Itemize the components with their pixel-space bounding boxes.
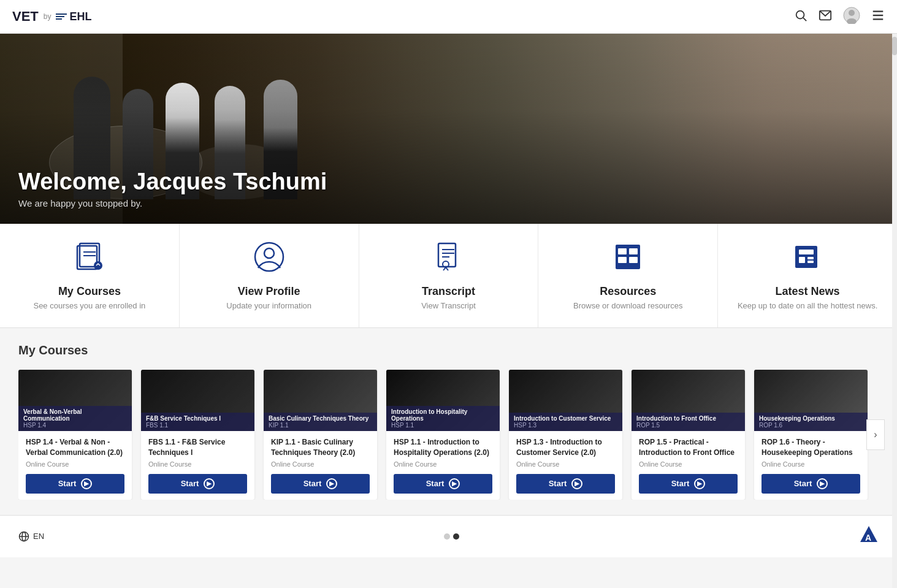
- course-body-fbs11: FBS 1.1 - F&B Service Techniques I Onlin…: [141, 431, 254, 500]
- course-start-button-hsp11[interactable]: Start ▶: [394, 474, 492, 494]
- course-label-text-fbs11: F&B Service Techniques I: [146, 415, 250, 422]
- dot-1[interactable]: [444, 533, 450, 540]
- course-btn-arrow-rop15: ▶: [694, 478, 705, 489]
- course-code-rop15: ROP 1.5: [636, 422, 740, 429]
- logo[interactable]: VET by EHL: [12, 9, 91, 25]
- course-image-fbs11: F&B Service Techniques I FBS 1.1: [141, 370, 254, 431]
- course-btn-label-rop15: Start: [671, 479, 690, 488]
- qa-subtitle-view-profile: Update your information: [226, 301, 311, 310]
- course-body-hsp11: HSP 1.1 - Introduction to Hospitality Op…: [386, 431, 500, 500]
- dot-2[interactable]: [453, 533, 459, 540]
- quick-action-transcript[interactable]: Transcript View Transcript: [359, 224, 539, 327]
- quick-action-my-courses[interactable]: My Courses See courses you are enrolled …: [0, 224, 180, 327]
- svg-point-0: [796, 10, 804, 18]
- course-type-rop16: Online Course: [761, 460, 860, 468]
- course-body-hsp14: HSP 1.4 - Verbal & Non - Verbal Communic…: [18, 431, 132, 500]
- course-body-rop15: ROP 1.5 - Practical - Introduction to Fr…: [632, 431, 745, 500]
- svg-point-4: [849, 10, 855, 16]
- course-title-hsp11: HSP 1.1 - Introduction to Hospitality Op…: [394, 437, 492, 458]
- course-title-hsp14: HSP 1.4 - Verbal & Non - Verbal Communic…: [26, 437, 124, 458]
- svg-rect-24: [618, 248, 627, 254]
- my-courses-section-title: My Courses: [18, 343, 879, 357]
- course-btn-arrow-rop16: ▶: [817, 478, 828, 489]
- hero-subtitle-text: We are happy you stopped by.: [18, 198, 327, 208]
- transcript-icon: [432, 241, 464, 278]
- course-btn-label-rop16: Start: [794, 479, 812, 488]
- qa-title-view-profile: View Profile: [238, 285, 300, 298]
- course-start-button-kip11[interactable]: Start ▶: [271, 474, 370, 494]
- qa-title-latest-news: Latest News: [776, 285, 840, 298]
- course-code-rop16: ROP 1.6: [759, 422, 863, 429]
- course-card-hsp14: Verbal & Non-Verbal Communication HSP 1.…: [18, 370, 132, 500]
- quick-action-resources[interactable]: Resources Browse or download resources: [538, 224, 718, 327]
- course-body-kip11: KIP 1.1 - Basic Culinary Techniques Theo…: [264, 431, 377, 500]
- course-title-fbs11: FBS 1.1 - F&B Service Techniques I: [148, 437, 247, 458]
- course-overlay-rop16: Housekeeping Operations ROP 1.6: [754, 413, 868, 431]
- messages-icon[interactable]: [819, 9, 832, 25]
- hero-text-block: Welcome, Jacques Tschumi We are happy yo…: [0, 169, 345, 224]
- course-btn-arrow-hsp14: ▶: [81, 478, 92, 489]
- profile-icon: [253, 241, 285, 278]
- course-label-text-kip11: Basic Culinary Techniques Theory: [269, 415, 372, 422]
- course-label-text-rop16: Housekeeping Operations: [759, 415, 863, 422]
- logo-vet-text: VET: [12, 9, 39, 25]
- qa-title-transcript: Transcript: [422, 285, 475, 298]
- svg-rect-26: [629, 248, 638, 254]
- svg-line-22: [446, 267, 448, 270]
- header: VET by EHL: [0, 0, 897, 34]
- course-card-rop15: Introduction to Front Office ROP 1.5 ROP…: [632, 370, 745, 500]
- course-start-button-rop15[interactable]: Start ▶: [639, 474, 738, 494]
- courses-carousel: Verbal & Non-Verbal Communication HSP 1.…: [18, 370, 879, 500]
- svg-rect-30: [799, 257, 805, 263]
- footer: EN A: [0, 515, 897, 557]
- search-icon[interactable]: [794, 9, 807, 25]
- course-body-rop16: ROP 1.6 - Theory - Housekeeping Operatio…: [754, 431, 868, 500]
- qa-subtitle-my-courses: See courses you are enrolled in: [33, 301, 145, 310]
- svg-rect-16: [438, 243, 456, 267]
- carousel-next-button[interactable]: ›: [866, 419, 885, 450]
- svg-rect-29: [799, 250, 814, 254]
- course-btn-arrow-hsp13: ▶: [571, 478, 582, 489]
- quick-action-view-profile[interactable]: View Profile Update your information: [180, 224, 359, 327]
- course-code-kip11: KIP 1.1: [269, 422, 372, 429]
- news-icon: [792, 241, 823, 278]
- course-start-button-fbs11[interactable]: Start ▶: [148, 474, 247, 494]
- course-start-button-rop16[interactable]: Start ▶: [761, 474, 860, 494]
- globe-icon: [18, 531, 29, 542]
- course-card-hsp13: Introduction to Customer Service HSP 1.3…: [509, 370, 622, 500]
- course-type-rop15: Online Course: [639, 460, 738, 468]
- svg-rect-28: [795, 246, 817, 268]
- course-label-text-hsp11: Introduction to Hospitality Operations: [391, 408, 495, 422]
- footer-logo: A: [859, 525, 879, 548]
- course-title-hsp13: HSP 1.3 - Introduction to Customer Servi…: [516, 437, 615, 458]
- hero-welcome-text: Welcome, Jacques Tschumi: [18, 169, 327, 195]
- course-overlay-hsp13: Introduction to Customer Service HSP 1.3: [509, 413, 622, 431]
- quick-action-latest-news[interactable]: Latest News Keep up to date on all the h…: [718, 224, 897, 327]
- pagination-dots: [444, 533, 459, 540]
- quick-actions-bar: My Courses See courses you are enrolled …: [0, 224, 897, 328]
- scrollbar-thumb[interactable]: [892, 37, 897, 55]
- logo-by-text: by: [44, 12, 52, 21]
- hamburger-menu-icon[interactable]: [871, 9, 885, 25]
- header-icons: [794, 7, 885, 27]
- course-image-kip11: Basic Culinary Techniques Theory KIP 1.1: [264, 370, 377, 431]
- course-btn-label-hsp11: Start: [426, 479, 445, 488]
- course-code-hsp13: HSP 1.3: [514, 422, 617, 429]
- user-avatar-icon[interactable]: [843, 7, 860, 27]
- course-label-text-hsp13: Introduction to Customer Service: [514, 415, 617, 422]
- course-code-hsp11: HSP 1.1: [391, 422, 495, 429]
- course-start-button-hsp14[interactable]: Start ▶: [26, 474, 124, 494]
- qa-title-resources: Resources: [600, 285, 656, 298]
- course-btn-arrow-hsp11: ▶: [449, 478, 460, 489]
- qa-title-my-courses: My Courses: [58, 285, 121, 298]
- course-start-button-hsp13[interactable]: Start ▶: [516, 474, 615, 494]
- svg-rect-31: [807, 257, 814, 259]
- scrollbar-track[interactable]: [892, 34, 897, 557]
- course-btn-arrow-kip11: ▶: [326, 478, 337, 489]
- course-type-hsp11: Online Course: [394, 460, 492, 468]
- course-overlay-rop15: Introduction to Front Office ROP 1.5: [632, 413, 745, 431]
- hero-banner: Welcome, Jacques Tschumi We are happy yo…: [0, 34, 897, 224]
- svg-text:A: A: [865, 533, 871, 543]
- language-selector[interactable]: EN: [18, 531, 44, 542]
- course-title-kip11: KIP 1.1 - Basic Culinary Techniques Theo…: [271, 437, 370, 458]
